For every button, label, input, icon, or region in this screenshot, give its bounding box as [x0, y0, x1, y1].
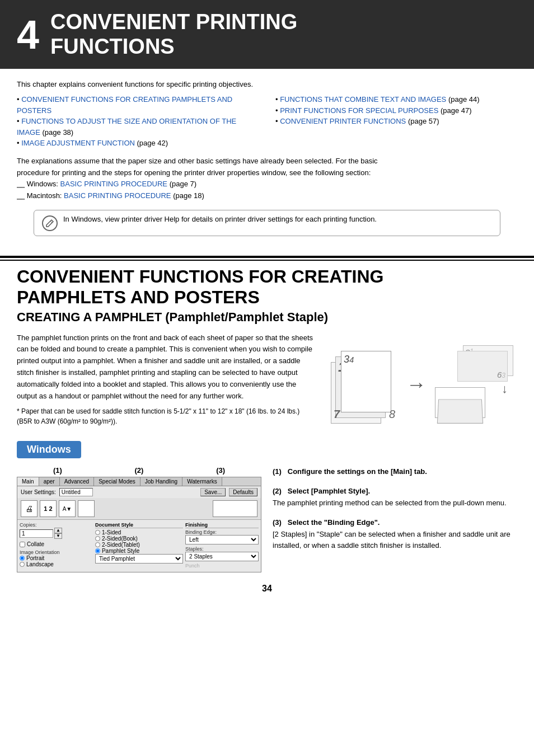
- down-arrow-icon: ↓: [502, 382, 508, 396]
- pages-before: 5 6 1 2 3 4 7 8: [331, 345, 398, 424]
- toc-item-6: • CONVENIENT PRINTER FUNCTIONS (page 57): [275, 116, 517, 127]
- toc-link-3[interactable]: IMAGE ADJUSTMENT FUNCTION: [21, 139, 135, 147]
- copies-up[interactable]: ▲: [54, 528, 62, 533]
- staples-dropdown[interactable]: 2 Staples: [185, 552, 259, 561]
- pamphlet-description: The pamphlet function prints on the fron…: [17, 332, 316, 402]
- toc-grid: • CONVENIENT FUNCTIONS FOR CREATING PAMP…: [17, 94, 517, 149]
- instruction-1: (1) Configure the settings on the [Main]…: [273, 466, 517, 478]
- instruction-1-label: (1): [273, 467, 285, 476]
- 1sided-radio[interactable]: 1-Sided: [95, 529, 183, 536]
- content-text: The pamphlet function prints on the fron…: [17, 332, 316, 431]
- section-title-large: CONVENIENT FUNCTIONS FOR CREATING PAMPHL…: [17, 266, 517, 308]
- collate-checkbox[interactable]: Collate: [20, 541, 93, 547]
- instruction-3: (3) Select the "Binding Edge". [2 Staple…: [273, 517, 517, 552]
- screenshot-section: (1) (2) (3) Main aper Advanced Special M…: [17, 466, 517, 572]
- binding-edge-label: Binding Edge:: [185, 529, 259, 535]
- chapter-number: 4: [17, 15, 39, 55]
- toc-windows-link[interactable]: BASIC PRINTING PROCEDURE: [60, 180, 167, 188]
- page-front: 3 4: [341, 351, 391, 412]
- instruction-2-label: (2): [273, 487, 285, 495]
- page-number: 34: [17, 584, 517, 594]
- copies-label: Copies:: [20, 522, 93, 528]
- sim-right-panel: Finishing Binding Edge: Left Staples: 2 …: [185, 522, 259, 570]
- punch-label: Punch: [185, 563, 259, 569]
- sim-ui: Main aper Advanced Special Modes Job Han…: [17, 477, 261, 572]
- instruction-3-label: (3): [273, 518, 285, 527]
- instruction-2-body: The pamphlet printing method can be sele…: [273, 499, 507, 507]
- sim-icon-print: 🖨: [21, 500, 38, 517]
- toc-item-3: • IMAGE ADJUSTMENT FUNCTION (page 42): [17, 138, 259, 149]
- toc-item-1: • CONVENIENT FUNCTIONS FOR CREATING PAMP…: [17, 94, 259, 116]
- sim-middle-panel: Document Style 1-Sided 2-Sided(Book) 2-S…: [95, 522, 183, 570]
- toc-section: This chapter explains convenient functio…: [0, 80, 534, 245]
- screenshot-container: (1) (2) (3) Main aper Advanced Special M…: [17, 466, 261, 572]
- instruction-2: (2) Select [Pamphlet Style]. The pamphle…: [273, 486, 517, 509]
- label-1: (1): [53, 466, 62, 475]
- 2sided-book-radio[interactable]: 2-Sided(Book): [95, 536, 183, 542]
- instruction-3-title: Select the "Binding Edge".: [288, 518, 380, 527]
- copies-group: Copies: 1 ▲ ▼: [20, 522, 93, 539]
- user-settings-row: User Settings: Untitled Save... Defaults: [17, 486, 261, 498]
- portrait-radio[interactable]: Portrait: [20, 555, 93, 561]
- toc-mac-link[interactable]: BASIC PRINTING PROCEDURE: [64, 191, 171, 200]
- toc-item-2: • FUNCTIONS TO ADJUST THE SIZE AND ORIEN…: [17, 116, 259, 138]
- sim-icon-page: A▼: [59, 500, 76, 517]
- binding-edge-dropdown[interactable]: Left: [185, 535, 259, 544]
- chapter-title: CONVENIENT PRINTING FUNCTIONS: [50, 10, 297, 59]
- arrow-icon: →: [406, 373, 427, 396]
- section-subtitle: CREATING A PAMPHLET (Pamphlet/Pamphlet S…: [17, 310, 517, 325]
- screenshot-labels: (1) (2) (3): [17, 466, 261, 475]
- sim-icon-extra: [78, 500, 95, 517]
- toc-intro: This chapter explains convenient functio…: [17, 80, 517, 88]
- sim-tab-advanced[interactable]: Advanced: [60, 477, 94, 486]
- sim-icon-orientation: 1 2: [40, 500, 57, 517]
- windows-badge: Windows: [17, 441, 81, 458]
- pamphlet-radio[interactable]: Pamphlet Style: [95, 548, 183, 554]
- pamphlet-diagram: 5 6 1 2 3 4 7 8 → 8 1: [327, 332, 517, 431]
- user-settings-input[interactable]: Untitled: [59, 488, 93, 496]
- toc-note: The explanations assume that the paper s…: [17, 156, 517, 202]
- copies-input[interactable]: 1: [20, 529, 53, 538]
- sim-left-panel: Copies: 1 ▲ ▼ Collate: [20, 522, 93, 570]
- toc-item-5: • PRINT FUNCTIONS FOR SPECIAL PURPOSES (…: [275, 105, 517, 116]
- note-box: In Windows, view printer driver Help for…: [34, 210, 500, 236]
- orientation-label: Image Orientation: [20, 550, 93, 555]
- user-settings-label: User Settings:: [21, 489, 56, 495]
- label-3: (3): [216, 466, 225, 475]
- instruction-1-title: Configure the settings on the [Main] tab…: [288, 467, 427, 476]
- toc-item-4: • FUNCTIONS THAT COMBINE TEXT AND IMAGES…: [275, 94, 517, 105]
- save-button[interactable]: Save...: [200, 488, 226, 496]
- 2sided-tablet-radio[interactable]: 2-Sided(Tablet): [95, 542, 183, 548]
- toc-link-6[interactable]: CONVENIENT PRINTER FUNCTIONS: [280, 117, 406, 125]
- landscape-label: Landscape: [26, 561, 54, 567]
- sim-body: Copies: 1 ▲ ▼ Collate: [17, 520, 261, 572]
- note-text: In Windows, view printer driver Help for…: [63, 215, 377, 223]
- sim-tab-paper[interactable]: aper: [39, 477, 60, 486]
- portrait-label: Portrait: [26, 555, 44, 561]
- instruction-2-title: Select [Pamphlet Style].: [288, 487, 370, 495]
- landscape-radio[interactable]: Landscape: [20, 561, 93, 567]
- sim-tab-special[interactable]: Special Modes: [94, 477, 140, 486]
- staples-label: Staples:: [185, 546, 259, 552]
- orientation-group: Image Orientation Portrait Landscape: [20, 550, 93, 567]
- copies-down[interactable]: ▼: [54, 533, 62, 539]
- sim-tab-job[interactable]: Job Handling: [140, 477, 182, 486]
- toc-link-1[interactable]: CONVENIENT FUNCTIONS FOR CREATING PAMPHL…: [17, 95, 232, 115]
- content-grid: The pamphlet function prints on the fron…: [17, 332, 517, 431]
- pencil-icon: [42, 215, 58, 231]
- toc-link-5[interactable]: PRINT FUNCTIONS FOR SPECIAL PURPOSES: [280, 106, 438, 115]
- copies-spinner[interactable]: ▲ ▼: [54, 528, 62, 539]
- main-section: CONVENIENT FUNCTIONS FOR CREATING PAMPHL…: [0, 266, 534, 594]
- sim-tabs[interactable]: Main aper Advanced Special Modes Job Han…: [17, 477, 261, 486]
- sim-icons-row: 🖨 1 2 A▼: [17, 498, 261, 520]
- label-2: (2): [135, 466, 144, 475]
- sim-tab-watermarks[interactable]: Watermarks: [182, 477, 222, 486]
- toc-link-4[interactable]: FUNCTIONS THAT COMBINE TEXT AND IMAGES: [280, 95, 446, 104]
- folded-paper: [437, 399, 483, 424]
- sim-tab-main[interactable]: Main: [17, 477, 39, 486]
- finishing-label: Finishing: [185, 522, 259, 528]
- pamphlet-dropdown[interactable]: Tied Pamphlet: [95, 554, 183, 564]
- defaults-button[interactable]: Defaults: [229, 488, 257, 496]
- page-7: 7: [334, 408, 340, 421]
- collate-label: Collate: [27, 541, 44, 547]
